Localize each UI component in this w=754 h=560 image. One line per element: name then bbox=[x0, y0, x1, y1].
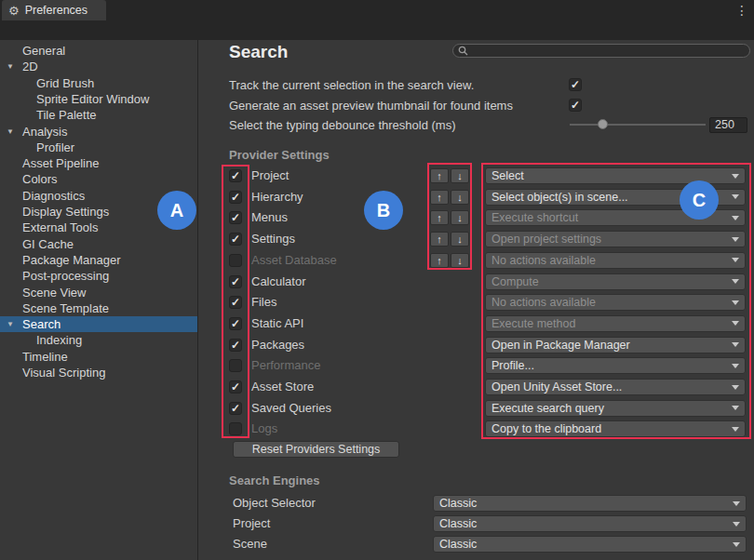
foldout-arrow-icon[interactable]: ▼ bbox=[7, 316, 14, 332]
provider-action-dropdown[interactable]: Execute method bbox=[485, 315, 746, 332]
debounce-slider-handle[interactable] bbox=[598, 119, 608, 129]
sidebar-item-gi-cache[interactable]: GI Cache bbox=[0, 236, 197, 252]
gear-icon: ⚙ bbox=[8, 5, 20, 17]
dropdown-value: Compute bbox=[491, 275, 728, 288]
chevron-down-icon bbox=[732, 300, 739, 305]
dropdown-value: No actions available bbox=[491, 254, 728, 267]
dropdown-value: Open project settings bbox=[491, 233, 728, 246]
sidebar-item-label: Display Settings bbox=[0, 204, 109, 220]
move-down-button[interactable]: ↓ bbox=[451, 232, 469, 247]
provider-label-logs: Logs bbox=[251, 419, 277, 440]
sidebar-item-scene-view[interactable]: Scene View bbox=[0, 285, 197, 300]
provider-checkbox-static-api[interactable]: ✓ bbox=[229, 317, 242, 330]
provider-checkbox-asset-store[interactable]: ✓ bbox=[229, 380, 242, 393]
chevron-down-icon bbox=[732, 258, 739, 262]
provider-checkbox-project[interactable]: ✓ bbox=[229, 169, 242, 182]
provider-action-dropdown[interactable]: Copy to the clipboard bbox=[485, 420, 746, 437]
move-down-button[interactable]: ↓ bbox=[451, 190, 469, 205]
debounce-slider-track[interactable] bbox=[570, 124, 706, 126]
sidebar-item-sprite-editor-window[interactable]: Sprite Editor Window bbox=[0, 91, 197, 107]
dropdown-value: Execute method bbox=[491, 317, 728, 330]
sidebar-item-label: Post-processing bbox=[0, 268, 109, 284]
sidebar-item-2d[interactable]: ▼2D bbox=[0, 59, 197, 74]
sidebar-item-visual-scripting[interactable]: Visual Scripting bbox=[0, 365, 197, 380]
search-input[interactable] bbox=[452, 44, 750, 58]
sidebar-item-label: GI Cache bbox=[0, 236, 74, 252]
tab-preferences[interactable]: ⚙ Preferences bbox=[2, 0, 106, 20]
move-up-button[interactable]: ↑ bbox=[430, 232, 449, 247]
sidebar-item-label: Timeline bbox=[0, 349, 68, 365]
chevron-down-icon bbox=[732, 427, 739, 432]
provider-checkbox-hierarchy[interactable]: ✓ bbox=[229, 191, 242, 204]
provider-action-dropdown[interactable]: Profile... bbox=[485, 357, 746, 374]
provider-action-dropdown[interactable]: Open project settings bbox=[485, 231, 746, 247]
provider-checkbox-files[interactable]: ✓ bbox=[229, 296, 242, 309]
provider-action-dropdown[interactable]: Open in Package Manager bbox=[485, 337, 746, 353]
provider-action-dropdown[interactable]: No actions available bbox=[485, 252, 746, 269]
engine-dropdown-object-selector[interactable]: Classic bbox=[433, 495, 747, 512]
move-up-button[interactable]: ↑ bbox=[430, 210, 449, 225]
provider-checkbox-logs[interactable] bbox=[229, 422, 242, 435]
dropdown-value: Open Unity Asset Store... bbox=[491, 380, 728, 393]
title-bar: ⚙ Preferences ⋮ bbox=[0, 0, 754, 20]
provider-checkbox-asset-database[interactable] bbox=[229, 254, 242, 267]
foldout-arrow-icon[interactable]: ▼ bbox=[7, 59, 14, 74]
sidebar-item-label: Indexing bbox=[0, 332, 82, 348]
chevron-down-icon bbox=[732, 279, 739, 284]
reset-providers-button[interactable]: Reset Providers Settings bbox=[233, 441, 399, 458]
sidebar-item-label: Tile Palette bbox=[0, 107, 97, 123]
sidebar-item-indexing[interactable]: Indexing bbox=[0, 332, 197, 348]
provider-label-performance: Performance bbox=[251, 355, 320, 377]
sidebar-item-timeline[interactable]: Timeline bbox=[0, 349, 197, 365]
sidebar-item-package-manager[interactable]: Package Manager bbox=[0, 252, 197, 268]
move-down-button[interactable]: ↓ bbox=[451, 210, 469, 225]
sidebar-item-label: Diagnostics bbox=[0, 188, 85, 204]
provider-action-dropdown[interactable]: Open Unity Asset Store... bbox=[485, 379, 746, 395]
provider-checkbox-settings[interactable]: ✓ bbox=[229, 233, 242, 246]
sidebar-item-asset-pipeline[interactable]: Asset Pipeline bbox=[0, 155, 197, 171]
foldout-arrow-icon[interactable]: ▼ bbox=[7, 124, 14, 140]
sidebar-item-label: Asset Pipeline bbox=[0, 155, 99, 171]
annotation-label-c: C bbox=[680, 180, 719, 220]
sidebar-item-post-processing[interactable]: Post-processing bbox=[0, 268, 197, 284]
sidebar-item-profiler[interactable]: Profiler bbox=[0, 140, 197, 155]
provider-action-dropdown[interactable]: Execute search query bbox=[485, 400, 746, 417]
move-down-button[interactable]: ↓ bbox=[451, 168, 469, 183]
sidebar-item-label: Sprite Editor Window bbox=[0, 91, 149, 107]
engine-dropdown-scene[interactable]: Classic bbox=[433, 536, 747, 553]
chevron-down-icon bbox=[732, 406, 739, 410]
engine-dropdown-project[interactable]: Classic bbox=[433, 515, 747, 532]
move-up-button[interactable]: ↑ bbox=[430, 253, 449, 268]
provider-checkbox-packages[interactable]: ✓ bbox=[229, 339, 242, 352]
move-down-button[interactable]: ↓ bbox=[451, 253, 469, 268]
sidebar-item-colors[interactable]: Colors bbox=[0, 171, 197, 187]
sidebar-item-label: Scene Template bbox=[0, 300, 109, 316]
sidebar-list: General▼2DGrid BrushSprite Editor Window… bbox=[0, 40, 197, 560]
provider-action-dropdown[interactable]: No actions available bbox=[485, 294, 746, 311]
sidebar-item-grid-brush[interactable]: Grid Brush bbox=[0, 75, 197, 91]
dropdown-value: Classic bbox=[439, 538, 729, 551]
provider-checkbox-menus[interactable]: ✓ bbox=[229, 211, 242, 224]
move-up-button[interactable]: ↑ bbox=[430, 168, 449, 183]
track-selection-checkbox[interactable]: ✓ bbox=[569, 78, 582, 91]
chevron-down-icon bbox=[732, 385, 739, 390]
chevron-down-icon bbox=[733, 542, 740, 547]
move-up-button[interactable]: ↑ bbox=[430, 190, 449, 205]
provider-label-calculator: Calculator bbox=[251, 272, 306, 293]
kebab-menu-icon[interactable]: ⋮ bbox=[735, 3, 748, 18]
sidebar-item-tile-palette[interactable]: Tile Palette bbox=[0, 107, 197, 123]
sidebar-item-general[interactable]: General bbox=[0, 43, 197, 59]
provider-checkbox-performance[interactable] bbox=[229, 359, 242, 372]
chevron-down-icon bbox=[733, 522, 740, 527]
provider-checkbox-calculator[interactable]: ✓ bbox=[229, 275, 242, 288]
sidebar-item-search[interactable]: ▼Search bbox=[0, 316, 197, 332]
debounce-value-field[interactable]: 250 bbox=[709, 117, 747, 133]
sidebar-item-scene-template[interactable]: Scene Template bbox=[0, 300, 197, 316]
sidebar-item-analysis[interactable]: ▼Analysis bbox=[0, 124, 197, 140]
engine-label-object-selector: Object Selector bbox=[233, 494, 316, 513]
sidebar-item-label: Profiler bbox=[0, 140, 74, 155]
sidebar-item-label: General bbox=[0, 43, 65, 59]
preview-thumbnail-checkbox[interactable]: ✓ bbox=[569, 99, 582, 112]
provider-action-dropdown[interactable]: Compute bbox=[485, 273, 746, 290]
provider-checkbox-saved-queries[interactable]: ✓ bbox=[229, 402, 242, 415]
